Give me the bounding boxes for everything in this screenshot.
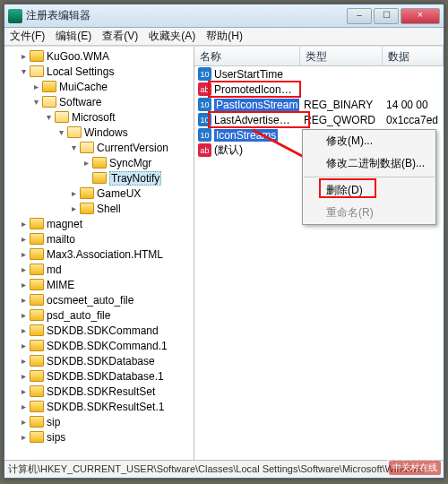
- tree-item[interactable]: ▾Local Settings: [6, 64, 194, 79]
- collapse-icon[interactable]: ▾: [19, 66, 29, 76]
- binary-icon: 10: [198, 98, 211, 111]
- folder-icon: [30, 218, 44, 229]
- collapse-icon[interactable]: ▾: [31, 97, 41, 107]
- menu-delete[interactable]: 删除(D): [303, 179, 435, 202]
- expand-icon[interactable]: ▸: [19, 325, 29, 335]
- tree-item[interactable]: ▸SDKDB.SDKResultSet: [6, 384, 194, 399]
- expand-icon[interactable]: ▸: [19, 295, 29, 305]
- tree-label: Local Settings: [47, 65, 114, 78]
- value-name: IconStreams: [214, 129, 278, 142]
- value-type: REG_BINARY: [300, 99, 383, 111]
- tree-label: SDKDB.SDKResultSet: [47, 385, 155, 398]
- value-row[interactable]: 10LastAdvertise…REG_QWORD0x1cca7ed: [194, 112, 444, 127]
- menu-modify-binary[interactable]: 修改二进制数据(B)...: [303, 152, 435, 175]
- folder-icon: [30, 355, 44, 367]
- tree-item[interactable]: ▸mailto: [6, 231, 194, 246]
- tree-item[interactable]: ▸MIME: [6, 277, 194, 292]
- expand-icon[interactable]: ▸: [19, 249, 29, 259]
- tree-item[interactable]: ▾Windows: [6, 125, 194, 140]
- tree-item[interactable]: ▾Software: [6, 94, 194, 109]
- expand-icon[interactable]: ▸: [19, 371, 29, 381]
- tree-item[interactable]: ▸Shell: [6, 201, 194, 216]
- col-type[interactable]: 类型: [300, 47, 383, 65]
- menu-file[interactable]: 文件(F): [10, 29, 45, 44]
- tree-label: SDKDB.SDKCommand: [47, 324, 159, 337]
- expand-icon[interactable]: ▸: [19, 417, 29, 427]
- menu-help[interactable]: 帮助(H): [206, 29, 243, 44]
- value-panel: 名称 类型 数据 10UserStartTimeabPromotedIcon…1…: [194, 47, 444, 460]
- titlebar[interactable]: 注册表编辑器 – ☐ ×: [4, 4, 444, 28]
- tree-label: sips: [47, 431, 65, 444]
- tree-item[interactable]: ▸SDKDB.SDKDatabase.1: [6, 368, 194, 384]
- expand-icon[interactable]: ▸: [19, 310, 29, 320]
- expand-icon[interactable]: ▸: [19, 432, 29, 442]
- tree-item[interactable]: ▸psd_auto_file: [6, 307, 194, 323]
- tree-label: Software: [59, 96, 101, 108]
- collapse-icon[interactable]: ▾: [69, 143, 79, 152]
- expand-icon[interactable]: ▸: [19, 356, 29, 366]
- menu-view[interactable]: 查看(V): [102, 29, 138, 44]
- menu-favorites[interactable]: 收藏夹(A): [149, 29, 195, 44]
- tree-item[interactable]: ▸SDKDB.SDKCommand: [6, 323, 194, 338]
- col-name[interactable]: 名称: [194, 47, 300, 65]
- collapse-icon[interactable]: ▾: [56, 127, 66, 137]
- menu-modify[interactable]: 修改(M)...: [303, 130, 435, 152]
- tree-label: TrayNotify: [109, 171, 161, 186]
- tree-item[interactable]: ▸Max3.Association.HTML: [6, 246, 194, 262]
- menu-edit[interactable]: 编辑(E): [56, 29, 91, 44]
- maximize-button[interactable]: ☐: [374, 8, 399, 24]
- expand-icon[interactable]: ▸: [19, 219, 29, 229]
- folder-icon: [30, 248, 44, 260]
- minimize-button[interactable]: –: [347, 8, 372, 24]
- folder-icon: [55, 111, 69, 123]
- tree-item[interactable]: ▾Microsoft: [6, 109, 194, 125]
- value-row[interactable]: 10PastIconsStreamREG_BINARY14 00 00: [194, 97, 444, 112]
- tree-item[interactable]: ▸SDKDB.SDKCommand.1: [6, 338, 194, 353]
- expand-icon[interactable]: ▸: [19, 51, 29, 61]
- list-rows[interactable]: 10UserStartTimeabPromotedIcon…10PastIcon…: [194, 66, 444, 460]
- string-icon: ab: [198, 82, 211, 96]
- menu-rename[interactable]: 重命名(R): [303, 202, 435, 224]
- tree-item[interactable]: ▸KuGoo.WMA: [6, 48, 194, 64]
- tree-label: sip: [47, 416, 60, 428]
- collapse-icon[interactable]: ▾: [44, 112, 54, 122]
- folder-icon: [30, 431, 44, 443]
- tree-panel[interactable]: ▸KuGoo.WMA▾Local Settings▸MuiCache▾Softw…: [4, 47, 194, 460]
- tree-item[interactable]: ▸SDKDB.SDKDatabase: [6, 353, 194, 368]
- expand-icon[interactable]: ▸: [69, 188, 79, 198]
- list-header[interactable]: 名称 类型 数据: [194, 47, 444, 66]
- binary-icon: 10: [198, 128, 211, 142]
- folder-icon: [92, 157, 107, 169]
- value-data: 14 00 00: [383, 99, 444, 111]
- tree-item[interactable]: ▸sips: [6, 429, 194, 445]
- expand-icon[interactable]: ▸: [19, 386, 29, 396]
- menubar: 文件(F) 编辑(E) 查看(V) 收藏夹(A) 帮助(H): [4, 28, 444, 46]
- tree-item[interactable]: ▸sip: [6, 414, 194, 429]
- tree-item[interactable]: ▸magnet: [6, 216, 194, 231]
- expand-icon[interactable]: ▸: [19, 341, 29, 350]
- tree-item[interactable]: ▸MuiCache: [6, 79, 194, 94]
- tree-item[interactable]: ▸SDKDB.SDKResultSet.1: [6, 399, 194, 414]
- tree-item[interactable]: ▾CurrentVersion: [6, 140, 194, 155]
- tree-label: SDKDB.SDKDatabase: [47, 355, 155, 367]
- expand-icon[interactable]: ▸: [31, 82, 41, 91]
- value-row[interactable]: abPromotedIcon…: [194, 82, 444, 97]
- tree-item[interactable]: ▸ocsmeet_auto_file: [6, 292, 194, 307]
- expand-icon[interactable]: ▸: [19, 234, 29, 244]
- folder-icon: [30, 340, 44, 351]
- tree-item[interactable]: ▸GameUX: [6, 186, 194, 201]
- tree-item[interactable]: ▸md: [6, 262, 194, 277]
- expand-icon[interactable]: ▸: [69, 203, 79, 213]
- expand-icon[interactable]: ▸: [82, 158, 91, 168]
- close-button[interactable]: ×: [401, 8, 440, 24]
- menu-separator: [304, 177, 435, 177]
- expand-icon[interactable]: ▸: [19, 264, 29, 274]
- col-data[interactable]: 数据: [383, 47, 444, 65]
- tree-item[interactable]: ▸SyncMgr: [6, 155, 194, 170]
- expand-icon[interactable]: ▸: [19, 402, 29, 411]
- tree-label: SDKDB.SDKDatabase.1: [47, 370, 164, 383]
- tree-item[interactable]: TrayNotify: [6, 170, 194, 186]
- binary-icon: 10: [198, 67, 211, 81]
- value-row[interactable]: 10UserStartTime: [194, 66, 444, 82]
- expand-icon[interactable]: ▸: [19, 280, 29, 290]
